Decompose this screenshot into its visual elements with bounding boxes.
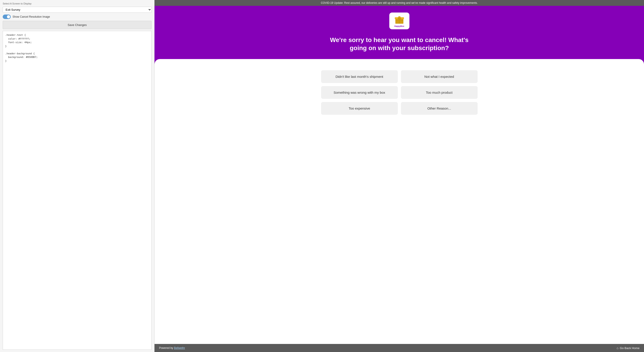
- footer-powered: Powered by Bellwethr: [159, 346, 185, 350]
- code-editor[interactable]: [3, 31, 152, 350]
- toggle-label: Show Cancel Resolution Image: [12, 15, 50, 18]
- toggle-row: Show Cancel Resolution Image: [3, 14, 152, 19]
- option-wrong-box[interactable]: Something was wrong with my box: [321, 86, 398, 99]
- option-not-expected[interactable]: Not what I expected: [401, 70, 478, 83]
- right-panel: COVID-19 Update: Rest assured, our deliv…: [154, 0, 644, 352]
- screen-select[interactable]: Exit Survey: [3, 7, 152, 13]
- powered-by-label: Powered by: [159, 346, 173, 350]
- survey-card: Didn't like last month's shipment Not wh…: [154, 59, 644, 344]
- svg-rect-4: [395, 20, 404, 21]
- logo-box-inner: HappyBox: [394, 14, 405, 27]
- home-arrow-icon: ⌂: [616, 346, 618, 350]
- option-didnt-like[interactable]: Didn't like last month's shipment: [321, 70, 398, 83]
- select-row: Exit Survey: [3, 7, 152, 13]
- covid-banner-text: COVID-19 Update: Rest assured, our deliv…: [321, 1, 478, 4]
- cancel-resolution-toggle[interactable]: [3, 14, 11, 19]
- preview-area: HappyBox We're sorry to hear you want to…: [154, 6, 644, 352]
- survey-footer: Powered by Bellwethr ⌂ Go Back Home: [154, 344, 644, 352]
- svg-point-6: [399, 17, 400, 18]
- options-grid: Didn't like last month's shipment Not wh…: [321, 70, 478, 115]
- survey-header: HappyBox We're sorry to hear you want to…: [154, 6, 644, 66]
- logo-box: HappyBox: [389, 12, 410, 29]
- option-too-expensive[interactable]: Too expensive: [321, 102, 398, 115]
- go-home-button[interactable]: ⌂ Go Back Home: [616, 346, 640, 350]
- go-home-label: Go Back Home: [620, 346, 640, 350]
- survey-title: We're sorry to hear you want to cancel! …: [321, 36, 478, 52]
- save-button[interactable]: Save Changes: [3, 21, 152, 29]
- select-screen-label: Select A Screen to Display: [3, 2, 152, 5]
- option-too-much[interactable]: Too much product: [401, 86, 478, 99]
- bellwethr-link[interactable]: Bellwethr: [174, 346, 185, 350]
- option-other[interactable]: Other Reason...: [401, 102, 478, 115]
- logo-text: HappyBox: [394, 25, 404, 27]
- covid-banner: COVID-19 Update: Rest assured, our deliv…: [154, 0, 644, 6]
- happybox-icon: [394, 14, 405, 24]
- left-panel: Select A Screen to Display Exit Survey S…: [0, 0, 154, 352]
